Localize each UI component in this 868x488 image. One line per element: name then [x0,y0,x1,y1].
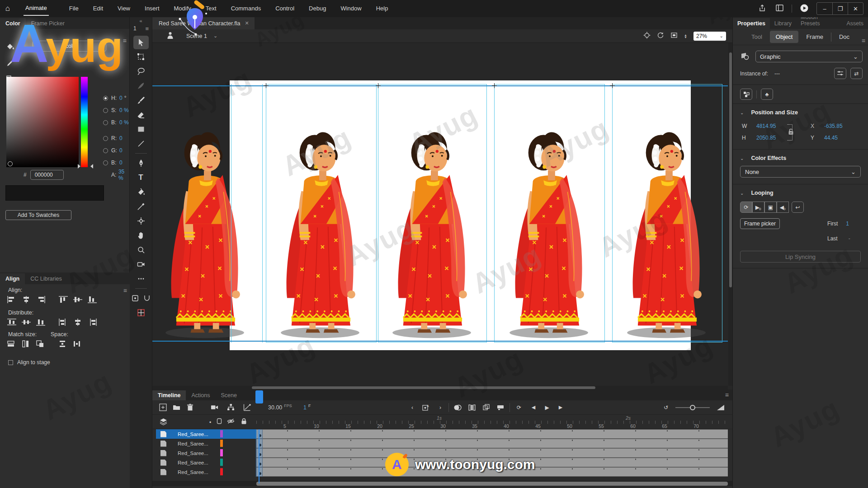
distribute-right-icon[interactable] [88,319,97,326]
vertical-scroll-thumb[interactable] [729,52,732,287]
zoom-level-dropdown[interactable]: 27% ⌄ [693,32,726,41]
layer-row[interactable]: Red_Saree... [156,448,256,458]
symbol-bounds-5[interactable] [612,84,722,343]
match-width-icon[interactable] [7,340,16,347]
looping-section[interactable]: ⌄ Looping [733,184,868,199]
brightness-value[interactable]: 0 % [119,119,129,126]
layer-row[interactable]: Red_Saree... [156,458,256,467]
symbol-bounds-2[interactable] [266,84,377,343]
hue-slider-right-arrow[interactable] [88,164,93,169]
add-to-swatches-button[interactable]: Add To Swatches [5,210,71,220]
frame-row[interactable] [256,467,728,477]
blue-radio[interactable] [103,160,108,165]
lock-aspect-ratio-icon[interactable] [786,123,796,142]
layer-color-chip[interactable] [220,440,223,447]
play-icon[interactable]: ▶ [541,402,553,413]
properties-menu-icon[interactable]: ≡ [862,37,865,44]
collapse-tools-icon[interactable]: « [139,18,142,23]
snap-to-objects-toggle[interactable] [142,291,152,305]
test-movie-icon[interactable] [799,4,809,14]
document-horizontal-scrollbar[interactable] [152,386,728,389]
frame-range-icon[interactable] [495,402,506,413]
layer-color-chip[interactable] [220,430,223,437]
classic-brush-tool[interactable] [133,94,149,107]
menu-help[interactable]: Help [370,0,394,17]
lip-syncing-button[interactable]: Lip Syncing [740,251,861,263]
outline-view-icon[interactable] [217,418,222,426]
subtab-tool[interactable]: Tool [745,31,768,43]
menu-commands[interactable]: Commands [225,0,267,17]
match-height-icon[interactable] [22,340,31,347]
eraser-tool[interactable] [133,108,149,122]
layer-row[interactable]: Red_Saree... [156,429,256,439]
line-tool[interactable] [133,137,149,150]
asset-warp-tool[interactable] [133,214,149,228]
hue-strip[interactable] [81,77,88,167]
swap-symbol-icon[interactable]: ⇄ [850,68,863,79]
layer-color-chip[interactable] [220,449,223,456]
delete-layer-icon[interactable] [183,404,197,411]
space-vertical-icon[interactable] [59,340,68,347]
y-value[interactable]: 44.45 [824,135,838,141]
stroke-color-tool-icon[interactable] [6,59,20,68]
rectangle-tool[interactable] [133,122,149,136]
fill-color-tool-icon[interactable] [6,42,20,52]
layer-color-chip[interactable] [220,468,223,475]
color-effects-section[interactable]: ⌄ Color Effects [733,150,868,164]
height-value[interactable]: 2050.85 [756,135,790,141]
saturation-radio[interactable] [103,108,108,113]
symbol-bounds-4[interactable] [494,84,605,343]
green-radio[interactable] [103,148,108,153]
fluid-brush-tool[interactable] [133,79,149,93]
subtab-object[interactable]: Object [770,31,799,43]
auto-keyframe-icon[interactable]: A [420,402,432,413]
red-value[interactable]: 0 [119,135,123,141]
reset-timeline-zoom-icon[interactable]: ↺ [664,404,668,411]
paint-bucket-tool[interactable] [133,185,149,199]
tab-scene[interactable]: Scene [215,390,242,400]
tab-align[interactable]: Align [0,273,25,284]
tab-cc-libraries[interactable]: CC Libraries [25,273,67,284]
distribute-left-icon[interactable] [59,319,68,326]
distribute-top-icon[interactable] [7,319,16,326]
tab-library[interactable]: Library [770,18,796,29]
loop-icon[interactable]: ⟳ [740,202,752,213]
hand-tool[interactable] [133,229,149,242]
new-frame-icon[interactable] [156,404,170,411]
align-right-icon[interactable] [36,296,45,303]
subtab-doc[interactable]: Doc [833,31,855,43]
subtab-frame[interactable]: Frame [800,31,829,43]
horizontal-guide-top[interactable] [152,85,728,86]
blend-icon[interactable]: ♣ [761,89,773,100]
hue-slider-left-arrow[interactable] [78,164,83,169]
symbol-type-dropdown[interactable]: Graphic ⌄ [755,51,863,62]
frame-row[interactable] [256,448,728,458]
menu-window[interactable]: Window [335,0,367,17]
menu-edit[interactable]: Edit [87,0,109,17]
timeline-horizontal-scrollbar[interactable] [152,481,732,486]
scene-chevron-icon[interactable]: ⌄ [213,33,217,39]
camera-tool[interactable] [133,258,149,271]
clip-content-icon[interactable] [670,32,678,40]
align-left-icon[interactable] [7,296,16,303]
brightness-radio[interactable] [103,120,108,125]
edit-multiple-frames-icon[interactable] [481,402,492,413]
tab-actions[interactable]: Actions [186,390,215,400]
tab-timeline[interactable]: Timeline [152,390,186,400]
hex-input[interactable]: 000000 [30,170,64,180]
break-apart-icon[interactable] [740,89,752,100]
grid-overlay-icon[interactable] [133,306,149,319]
text-tool[interactable]: T [133,171,149,184]
loop-playback-icon[interactable]: ⟳ [513,402,525,413]
new-folder-icon[interactable] [170,404,183,411]
red-radio[interactable] [103,136,108,141]
color-effect-dropdown[interactable]: None ⌄ [740,166,861,178]
layer-row[interactable]: Red_Saree... [156,467,256,477]
position-size-section[interactable]: ⌄ Position and Size [733,104,868,118]
share-icon[interactable] [757,5,767,13]
layer-color-chip[interactable] [220,459,223,466]
menu-debug[interactable]: Debug [303,0,332,17]
layer-depth-icon[interactable] [240,404,254,411]
selection-tool[interactable] [133,36,149,49]
add-camera-icon[interactable] [208,404,221,411]
